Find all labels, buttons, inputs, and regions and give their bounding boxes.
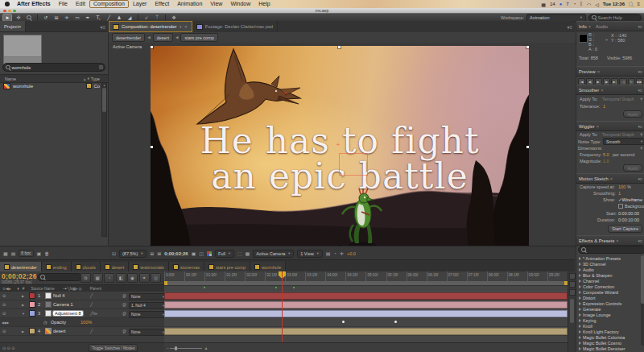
effects-category[interactable]: Magic Bullet Colorista [576,335,641,341]
hide-shy-icon[interactable]: ◔ [104,273,114,283]
layer-row-adjustment8[interactable]: ⊙▼ 3 Adjustment 8 ╱fx◐@ None▼ [0,309,164,318]
menu-item[interactable]: Animation [173,0,206,8]
shape-tool[interactable]: ▭ [73,14,81,21]
layer-bar-adjustment8[interactable] [164,310,568,317]
zoom-in-icon[interactable]: ▲ [204,346,208,350]
tab-footage-max-psd[interactable]: Footage: Declan Clarke/max.psd [192,21,278,32]
work-area-bar[interactable] [164,281,568,286]
layer-bar-camera1[interactable] [164,301,568,309]
selection-handle[interactable] [526,146,529,148]
parent-dropdown[interactable]: None▼ [129,293,167,300]
project-search-input[interactable]: wormhole × [2,63,105,72]
label-color[interactable] [29,328,35,334]
layer-row-null4[interactable]: ⊙▶ 1 Null 4 ╱@ None▼ [0,292,164,300]
menu-item[interactable]: Help [254,0,274,8]
selection-handle[interactable] [526,46,529,48]
panel-menu-icon[interactable]: ▾≡ [638,176,644,181]
puppet-pin-tool[interactable]: ⍑ [153,14,161,21]
selection-handle[interactable] [338,46,341,48]
volume-icon[interactable]: ◁ [595,2,599,7]
timeline-timecode[interactable]: 0;00;02;26 [2,272,37,280]
new-folder-icon[interactable]: ▤ [11,251,16,256]
new-composition-icon[interactable]: ▣ [37,251,42,256]
rotate-tool[interactable]: ↺ [42,14,50,21]
zoom-out-icon[interactable]: ▪ [167,346,168,350]
expand-buttons[interactable]: ⊙ ⊙ ⊙ [2,346,14,350]
effects-category[interactable]: Image Lounge [576,312,641,317]
toggle-switches-modes-button[interactable]: Toggle Switches / Modes [89,344,138,352]
timeline-graph-area[interactable]: 0:00f00:15f01:00f01:15f02:00f02:15f03:00… [164,271,568,352]
selection-handle[interactable] [151,146,153,148]
panel-menu-icon[interactable]: ▾≡ [638,88,644,93]
show-channel-icon[interactable] [207,251,212,256]
effects-category[interactable]: Color Correction [576,284,641,289]
project-item-wormhole[interactable]: wormhole Co [0,82,102,89]
project-scrollbar[interactable]: ▴ [101,82,107,237]
brush-tool[interactable]: ╱ [105,14,113,21]
opacity-keyframe[interactable] [394,321,397,323]
layer-bar-null4[interactable] [164,292,568,300]
noise-type-dropdown[interactable]: Smooth▼ [603,138,644,145]
effects-category[interactable]: Audio [576,267,641,272]
timeline-scrollbar[interactable] [570,299,574,323]
smoother-apply-button[interactable]: Apply [623,110,642,118]
pixel-aspect-icon[interactable]: ▤ [326,251,331,256]
bit-depth-button[interactable]: 8 bpc [19,250,33,257]
close-window-button[interactable] [3,10,6,13]
tab-wiggler[interactable]: Wiggler [579,124,595,129]
smoothing-value[interactable]: 1 [618,191,621,196]
camera-mini-icon[interactable] [569,289,576,296]
menu-item[interactable]: Composition [89,0,129,8]
menu-item[interactable]: Effect [151,0,173,8]
effects-category[interactable]: Channel [576,278,641,284]
notification-center-icon[interactable]: ≡ [637,2,640,6]
clock-icon[interactable]: ◔ [573,2,576,6]
bluetooth-icon[interactable]: ᛒ [580,2,583,6]
auto-keyframe-icon[interactable]: ◷ [151,273,161,283]
exposure-value[interactable]: +0.0 [347,251,356,256]
input-menu-icon[interactable]: ● [559,2,563,6]
view-layout-dropdown[interactable]: 1 View▼ [297,250,322,258]
resolution-dropdown[interactable]: Full▼ [215,250,234,258]
comp-mini-icon[interactable] [569,281,576,288]
selection-tool[interactable]: ➤ [2,14,12,22]
label-color[interactable] [29,310,35,317]
breadcrumb-desert[interactable]: desert [153,33,173,42]
menubar-clock[interactable]: Tue 12:36 [603,2,625,6]
breadcrumb-stars-pre-comp[interactable]: stars pre comp [180,33,217,42]
menu-item[interactable]: Window [226,0,254,8]
eraser-tool[interactable]: ◢ [126,14,134,21]
property-value[interactable]: 100% [80,320,92,325]
keyframe-marker[interactable] [204,287,205,288]
layer-row-camera1[interactable]: ⊙▶ 2 Camera 1 ╱@ 1. Null 4▼ [0,300,164,309]
stopwatch-icon[interactable]: ◷ [43,320,47,325]
label-color[interactable] [29,301,35,308]
effects-search-input[interactable] [578,246,644,254]
apply-to-value[interactable]: Temporal Graph [602,132,634,137]
keyframe-marker[interactable] [275,287,277,288]
always-preview-icon[interactable]: ⊡ [112,251,116,256]
pen-tool[interactable]: ✒ [84,14,92,21]
panel-menu-icon[interactable]: ▾≡ [638,124,644,129]
apple-menu-icon[interactable] [5,2,10,6]
breadcrumb-desertrender[interactable]: desertrender [112,33,145,42]
search-help-box[interactable]: Search Help [588,14,642,22]
magnitude-value[interactable]: 1.0 [603,159,609,164]
opacity-keyframe[interactable] [342,321,345,323]
effects-category[interactable]: Knoll [576,324,641,329]
app-switcher-icon[interactable]: ▦ [541,2,546,7]
wiggler-apply-button[interactable]: Apply [623,164,642,172]
composition-viewer[interactable]: Active Camera [109,43,575,246]
timeline-icon[interactable]: ✛ [340,251,344,256]
wifi-icon[interactable]: ◠ [587,2,591,7]
property-row-opacity[interactable]: ◀◆▶ ◷ Opacity 100% [0,318,164,327]
background-checkbox[interactable]: Background [618,204,644,209]
tab-audio[interactable]: Audio [596,24,608,29]
motion-blur-icon[interactable]: ◉ [127,273,138,283]
effects-category[interactable]: Composite Wizard [576,289,641,295]
effects-category[interactable]: Distort [576,295,641,300]
apply-to-value[interactable]: Temporal Graph [602,97,634,101]
tab-motion-sketch[interactable]: Motion Sketch [579,176,609,181]
parent-dropdown[interactable]: None▼ [129,311,167,318]
tab-smoother[interactable]: Smoother [579,88,599,93]
